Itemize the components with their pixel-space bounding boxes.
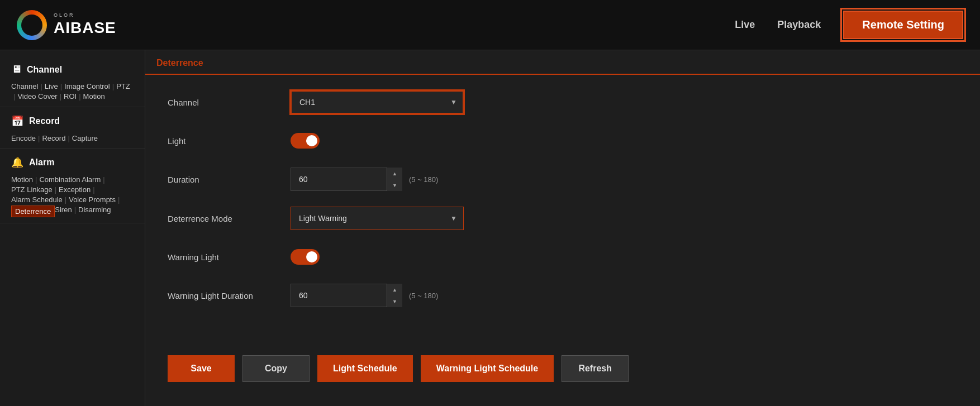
section-record: 📅 Record bbox=[0, 107, 145, 132]
deterrence-mode-select[interactable]: Light Warning Siren Warning Combination bbox=[291, 207, 464, 230]
light-toggle[interactable] bbox=[291, 133, 320, 149]
sidebar-item-motion-alarm[interactable]: Motion bbox=[11, 175, 33, 184]
sidebar-item-video-cover[interactable]: Video Cover bbox=[17, 92, 57, 101]
sidebar-item-motion[interactable]: Motion bbox=[83, 92, 105, 101]
logo-color-text: OLOR bbox=[54, 13, 116, 18]
header-nav: Live Playback Remote Setting bbox=[735, 11, 963, 39]
copy-button[interactable]: Copy bbox=[242, 355, 310, 382]
main-content: Deterrence Channel CH1 CH2 CH3 CH4 ▼ bbox=[145, 50, 980, 406]
sidebar-item-ptz-linkage[interactable]: PTZ Linkage bbox=[11, 185, 53, 194]
warning-light-duration-up[interactable]: ▲ bbox=[387, 284, 402, 295]
sidebar-item-deterrence[interactable]: Deterrence bbox=[11, 206, 55, 217]
save-button[interactable]: Save bbox=[168, 355, 235, 382]
duration-label: Duration bbox=[168, 175, 291, 184]
channel-icon: 🖥 bbox=[11, 64, 21, 75]
duration-up[interactable]: ▲ bbox=[387, 168, 402, 179]
section-alarm: 🔔 Alarm bbox=[0, 149, 145, 173]
logo: OLOR AIBASE bbox=[17, 10, 116, 40]
sidebar-item-voice-prompts[interactable]: Voice Prompts bbox=[69, 195, 116, 204]
deterrence-mode-row: Deterrence Mode Light Warning Siren Warn… bbox=[168, 207, 958, 230]
logo-text: AIBASE bbox=[54, 20, 116, 37]
refresh-button[interactable]: Refresh bbox=[562, 355, 629, 382]
deterrence-mode-label: Deterrence Mode bbox=[168, 214, 291, 223]
logo-inner bbox=[21, 15, 42, 36]
nav-remote-setting[interactable]: Remote Setting bbox=[843, 11, 963, 39]
nav-live[interactable]: Live bbox=[735, 19, 755, 31]
sidebar-item-siren[interactable]: Siren bbox=[55, 206, 72, 217]
duration-input[interactable] bbox=[291, 168, 402, 191]
duration-arrows: ▲ ▼ bbox=[387, 168, 402, 191]
duration-input-wrapper: ▲ ▼ bbox=[291, 168, 402, 191]
sidebar-item-image-control[interactable]: Image Control bbox=[64, 82, 110, 91]
light-schedule-button[interactable]: Light Schedule bbox=[317, 355, 413, 382]
channel-links: Channel | Live | Image Control | PTZ | V… bbox=[0, 80, 145, 107]
sidebar-item-roi[interactable]: ROI bbox=[64, 92, 77, 101]
warning-light-schedule-button[interactable]: Warning Light Schedule bbox=[421, 355, 554, 382]
sidebar-item-disarming[interactable]: Disarming bbox=[78, 206, 111, 217]
warning-light-toggle[interactable] bbox=[291, 249, 320, 265]
sidebar-item-record[interactable]: Record bbox=[42, 134, 65, 142]
light-control bbox=[291, 133, 320, 149]
duration-row: Duration ▲ ▼ (5 ~ 180) bbox=[168, 168, 958, 191]
sidebar-item-channel[interactable]: Channel bbox=[11, 82, 38, 91]
alarm-links: Motion | Combination Alarm | PTZ Linkage… bbox=[0, 173, 145, 223]
logo-circle bbox=[17, 10, 47, 40]
duration-range: (5 ~ 180) bbox=[409, 175, 438, 184]
section-record-label: Record bbox=[29, 116, 60, 126]
layout: 🖥 Channel Channel | Live | Image Control… bbox=[0, 50, 980, 406]
nav-playback[interactable]: Playback bbox=[777, 19, 821, 31]
record-links: Encode | Record | Capture bbox=[0, 132, 145, 149]
sidebar-item-alarm-schedule[interactable]: Alarm Schedule bbox=[11, 195, 63, 204]
sidebar-item-encode[interactable]: Encode bbox=[11, 134, 36, 142]
deterrence-mode-control: Light Warning Siren Warning Combination … bbox=[291, 207, 464, 230]
section-alarm-label: Alarm bbox=[29, 157, 54, 168]
warning-light-duration-row: Warning Light Duration ▲ ▼ (5 ~ 180) bbox=[168, 284, 958, 307]
sidebar-item-live[interactable]: Live bbox=[45, 82, 58, 91]
warning-light-label: Warning Light bbox=[168, 252, 291, 262]
sidebar-item-capture[interactable]: Capture bbox=[72, 134, 98, 142]
channel-label: Channel bbox=[168, 98, 291, 107]
channel-select[interactable]: CH1 CH2 CH3 CH4 bbox=[291, 90, 464, 114]
deterrence-mode-select-wrapper: Light Warning Siren Warning Combination … bbox=[291, 207, 464, 230]
sidebar-item-exception[interactable]: Exception bbox=[59, 185, 91, 194]
button-row: Save Copy Light Schedule Warning Light S… bbox=[145, 344, 980, 393]
duration-control: ▲ ▼ (5 ~ 180) bbox=[291, 168, 438, 191]
alarm-icon: 🔔 bbox=[11, 156, 23, 169]
sidebar: 🖥 Channel Channel | Live | Image Control… bbox=[0, 50, 145, 406]
warning-light-duration-range: (5 ~ 180) bbox=[409, 292, 438, 300]
sidebar-item-ptz[interactable]: PTZ bbox=[116, 82, 130, 91]
channel-control: CH1 CH2 CH3 CH4 ▼ bbox=[291, 90, 464, 114]
record-icon: 📅 bbox=[11, 115, 23, 127]
light-label: Light bbox=[168, 136, 291, 146]
warning-light-duration-input[interactable] bbox=[291, 284, 402, 307]
tab-bar: Deterrence bbox=[145, 50, 980, 75]
warning-light-duration-arrows: ▲ ▼ bbox=[387, 284, 402, 307]
section-channel-label: Channel bbox=[27, 65, 62, 75]
section-channel: 🖥 Channel bbox=[0, 56, 145, 80]
warning-light-duration-label: Warning Light Duration bbox=[168, 291, 291, 300]
warning-light-control bbox=[291, 249, 320, 265]
warning-light-duration-down[interactable]: ▼ bbox=[387, 295, 402, 307]
header: OLOR AIBASE Live Playback Remote Setting bbox=[0, 0, 980, 50]
warning-light-row: Warning Light bbox=[168, 246, 958, 268]
tab-deterrence[interactable]: Deterrence bbox=[156, 58, 203, 74]
warning-light-duration-wrapper: ▲ ▼ bbox=[291, 284, 402, 307]
channel-row: Channel CH1 CH2 CH3 CH4 ▼ bbox=[168, 90, 958, 114]
warning-light-duration-control: ▲ ▼ (5 ~ 180) bbox=[291, 284, 438, 307]
duration-down[interactable]: ▼ bbox=[387, 179, 402, 191]
light-row: Light bbox=[168, 130, 958, 152]
form-area: Channel CH1 CH2 CH3 CH4 ▼ Light bbox=[145, 75, 980, 338]
sidebar-item-combination-alarm[interactable]: Combination Alarm bbox=[39, 175, 101, 184]
channel-select-wrapper: CH1 CH2 CH3 CH4 ▼ bbox=[291, 90, 464, 114]
